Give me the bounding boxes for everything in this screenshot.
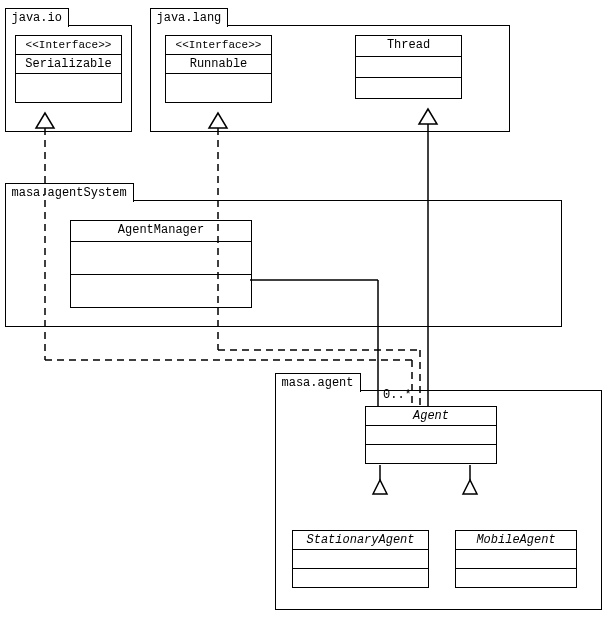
package-masa-agent-label: masa.agent	[275, 373, 361, 392]
class-compartment	[71, 242, 251, 275]
class-agent: Agent	[365, 406, 497, 464]
class-thread: Thread	[355, 35, 462, 99]
stereotype-label: <<Interface>>	[16, 36, 121, 55]
multiplicity-label: 0..*	[383, 388, 412, 402]
class-name: Serializable	[16, 55, 121, 74]
package-java-lang-label: java.lang	[150, 8, 229, 27]
class-name: Agent	[366, 407, 496, 426]
class-compartment	[71, 275, 251, 307]
class-mobileagent: MobileAgent	[455, 530, 577, 588]
package-masa-agentsystem-label: masa.agentSystem	[5, 183, 134, 202]
class-compartment	[456, 550, 576, 569]
class-name: AgentManager	[71, 221, 251, 242]
class-agentmanager: AgentManager	[70, 220, 252, 308]
class-name: Runnable	[166, 55, 271, 74]
class-stationaryagent: StationaryAgent	[292, 530, 429, 588]
class-name: MobileAgent	[456, 531, 576, 550]
class-compartment	[16, 74, 121, 102]
package-java-io-label: java.io	[5, 8, 69, 27]
class-name: StationaryAgent	[293, 531, 428, 550]
class-compartment	[356, 57, 461, 78]
stereotype-label: <<Interface>>	[166, 36, 271, 55]
class-compartment	[366, 445, 496, 463]
class-compartment	[293, 550, 428, 569]
class-compartment	[456, 569, 576, 587]
class-runnable: <<Interface>> Runnable	[165, 35, 272, 103]
uml-diagram: java.io <<Interface>> Serializable java.…	[0, 0, 610, 620]
class-compartment	[293, 569, 428, 587]
class-serializable: <<Interface>> Serializable	[15, 35, 122, 103]
class-compartment	[166, 74, 271, 102]
class-compartment	[366, 426, 496, 445]
class-name: Thread	[356, 36, 461, 57]
class-compartment	[356, 78, 461, 98]
